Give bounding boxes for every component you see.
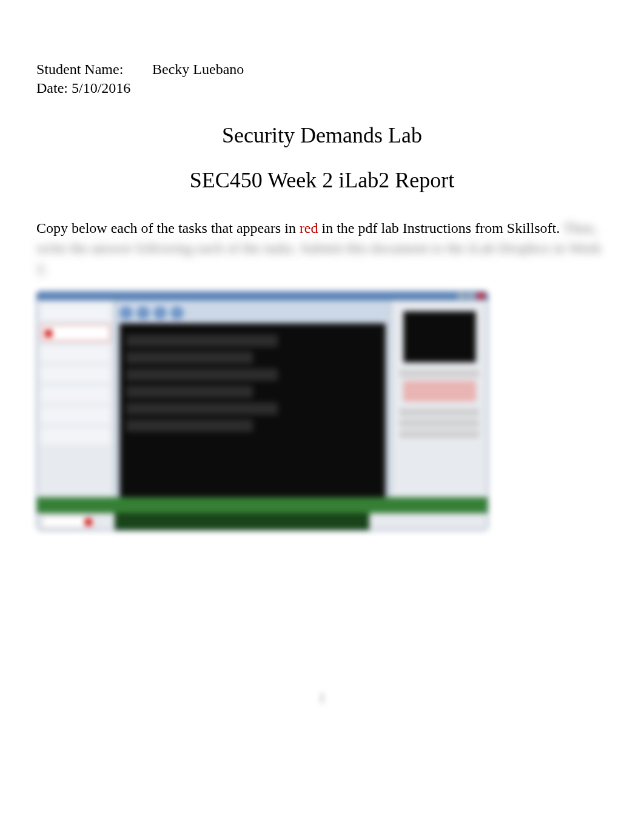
sidebar-item[interactable] (41, 345, 110, 362)
tab-icon[interactable] (153, 306, 167, 320)
left-sidebar (37, 300, 115, 530)
minimize-icon[interactable] (457, 293, 466, 299)
terminal-line (126, 369, 278, 381)
sidebar-item[interactable] (41, 386, 110, 403)
right-text-line (400, 420, 479, 427)
sidebar-item[interactable] (41, 366, 110, 383)
bottom-button[interactable] (42, 516, 96, 528)
record-icon (85, 518, 92, 526)
right-text-line (400, 431, 479, 438)
close-icon[interactable] (477, 293, 485, 299)
window-titlebar (37, 292, 488, 300)
intro-text-2: in the pdf lab Instructions from Skillso… (322, 220, 560, 236)
page-number: 1 (0, 691, 644, 705)
student-name-label: Student Name: (36, 61, 149, 78)
sidebar-item[interactable] (41, 304, 110, 321)
alert-icon (45, 330, 52, 337)
tab-icon[interactable] (170, 306, 184, 320)
right-sidebar (391, 300, 488, 530)
sidebar-item-active[interactable] (41, 324, 110, 341)
intro-text-1: Copy below each of the tasks that appear… (36, 220, 300, 236)
embedded-screenshot (36, 291, 488, 531)
terminal-line (126, 403, 278, 415)
sidebar-item[interactable] (41, 428, 110, 444)
tab-icon[interactable] (119, 306, 133, 320)
date-value: 5/10/2016 (72, 80, 130, 96)
page-subtitle: SEC450 Week 2 iLab2 Report (36, 167, 608, 193)
app-window (36, 291, 488, 531)
maximize-icon[interactable] (467, 293, 475, 299)
student-name-value: Becky Luebano (152, 61, 244, 77)
tab-strip (119, 306, 386, 320)
warning-panel (403, 381, 476, 401)
page-title: Security Demands Lab (36, 122, 608, 148)
center-pane (115, 300, 391, 530)
terminal-line (126, 386, 253, 398)
intro-paragraph: Copy below each of the tasks that appear… (36, 218, 608, 280)
bottom-dark-strip (115, 513, 369, 530)
terminal-line (126, 335, 278, 347)
terminal-line (126, 352, 253, 364)
terminal-output[interactable] (119, 323, 386, 524)
sidebar-item[interactable] (41, 407, 110, 424)
tab-icon[interactable] (136, 306, 150, 320)
right-text-line (400, 409, 479, 416)
date-label: Date: (36, 80, 68, 96)
terminal-line (126, 420, 253, 432)
status-bar (37, 497, 488, 513)
right-text-line (400, 370, 479, 377)
intro-red-word: red (300, 220, 318, 236)
preview-thumbnail[interactable] (403, 311, 476, 363)
